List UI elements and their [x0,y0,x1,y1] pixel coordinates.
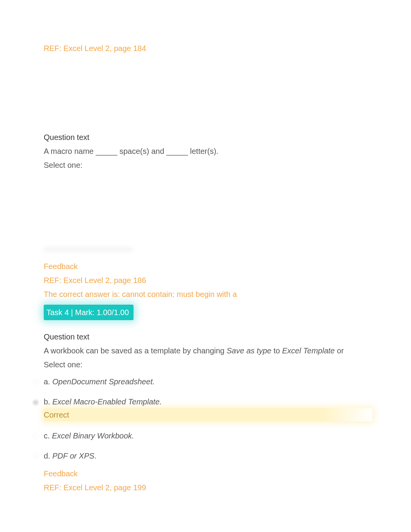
prompt-text: A workbook can be saved as a template by… [44,346,227,355]
question-prompt: A macro name _____ space(s) and _____ le… [44,145,372,157]
radio-icon[interactable] [33,376,38,387]
correct-badge: Correct [44,408,372,421]
option-text-italic: Excel Binary Workbook. [52,431,134,440]
task-mark-badge: Task 4 | Mark: 1.00/1.00 [44,305,134,320]
option-text-italic: OpenDocument Spreadsheet. [52,377,155,386]
option-letter: a. [44,377,50,386]
prompt-text: to [271,346,282,355]
select-one-label: Select one: [44,359,372,370]
feedback-block-3: Feedback REF: Excel Level 2, page 186 Th… [44,261,372,320]
radio-icon[interactable] [33,430,38,442]
feedback-answer: The correct answer is: cannot contain; m… [44,288,372,300]
page-content: REF: Excel Level 2, page 184 Question te… [0,0,411,493]
prev-question-ref: REF: Excel Level 2, page 184 [44,43,372,54]
spacer [44,0,372,43]
radio-icon[interactable] [33,450,38,462]
feedback-label: Feedback [44,468,372,479]
option-text-italic: PDF or XPS [52,452,94,460]
option-c[interactable]: c. Excel Binary Workbook. [44,430,372,442]
prompt-text: or [335,346,344,355]
option-d[interactable]: d. PDF or XPS. [44,450,372,462]
option-tail: . [94,452,97,460]
prompt-em: Excel Template [282,346,335,355]
question-prompt: A workbook can be saved as a template by… [44,345,372,356]
question-block-3: Question text A macro name _____ space(s… [44,131,372,171]
option-b[interactable]: b. Excel Macro-Enabled Template. Correct [44,396,372,421]
options-list: a. OpenDocument Spreadsheet. b. Excel Ma… [44,376,372,462]
feedback-label: Feedback [44,261,372,272]
option-letter: d. [44,452,50,460]
option-letter: c. [44,431,50,440]
spacer [44,171,372,248]
option-a[interactable]: a. OpenDocument Spreadsheet. [44,376,372,387]
radio-icon[interactable] [33,397,38,408]
question-heading: Question text [44,131,372,143]
feedback-block-4: Feedback REF: Excel Level 2, page 199 [44,468,372,493]
question-heading: Question text [44,331,372,343]
feedback-ref: REF: Excel Level 2, page 199 [44,482,372,493]
blurred-content [44,247,372,254]
prompt-em: Save as type [227,346,272,355]
option-text-italic: Excel Macro-Enabled Template. [52,397,162,406]
spacer [44,54,372,131]
feedback-ref: REF: Excel Level 2, page 186 [44,275,372,286]
question-block-4: Question text A workbook can be saved as… [44,331,372,493]
select-one-label: Select one: [44,159,372,171]
option-letter: b. [44,397,50,406]
